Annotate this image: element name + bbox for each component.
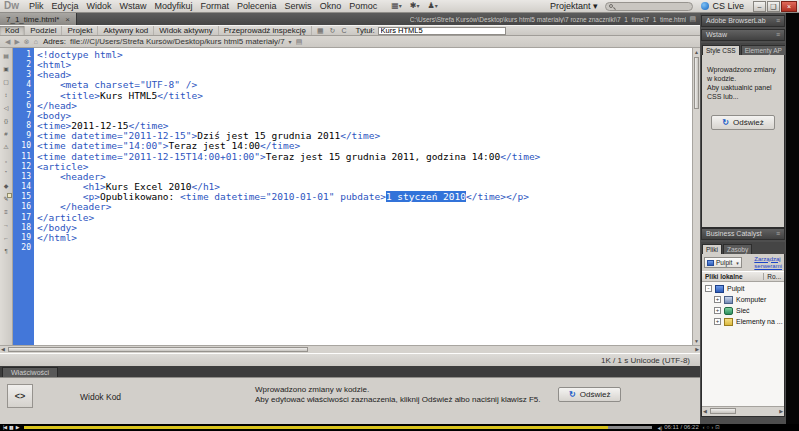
menu-polecenia[interactable]: Polecenia [233, 0, 281, 12]
panel-insert[interactable]: Wstaw ≡ [701, 29, 785, 41]
expander-icon[interactable]: + [714, 296, 721, 303]
code-line[interactable]: <time datetime="2011-12-15T14:00+01:00">… [37, 152, 691, 162]
code-line[interactable]: <p>Opublikowano: <time datetime="2010-01… [37, 192, 691, 202]
coding-toolbar-icon[interactable]: ⚠ [0, 141, 12, 154]
toolbar-kod[interactable]: Kod [0, 26, 25, 35]
code-line[interactable]: </article> [37, 213, 691, 223]
code-line[interactable]: <html> [37, 60, 691, 70]
back-icon[interactable]: ◀ [5, 38, 10, 46]
scroll-left-icon[interactable]: ◀ [1, 346, 5, 353]
vertical-scrollbar[interactable]: ▲ ▼ [692, 48, 700, 345]
menu-edycja[interactable]: Edycja [48, 0, 83, 12]
menu-serwis[interactable]: Serwis [281, 0, 316, 12]
scroll-left-icon[interactable]: ◀ [703, 408, 707, 415]
code-line[interactable]: </body> [37, 223, 691, 233]
toolbar-aktywny-kod[interactable]: Aktywny kod [98, 26, 154, 35]
coding-toolbar-icon[interactable]: # [0, 128, 12, 141]
toolbar-icon[interactable]: C [341, 27, 346, 35]
code-line[interactable]: </head> [37, 101, 691, 111]
panel-menu-icon[interactable]: ≡ [776, 229, 780, 239]
code-content[interactable]: <!doctype html><html><head> <meta charse… [37, 50, 691, 343]
menu-format[interactable]: Format [197, 0, 234, 12]
toolbar-przeprowadź-inspekcję[interactable]: Przeprowadź inspekcję [219, 26, 312, 35]
coding-toolbar-icon[interactable]: → [0, 219, 12, 232]
player-progress-track[interactable] [24, 426, 652, 429]
layout-switcher-icon[interactable]: ▦▾ [391, 0, 402, 12]
address-value[interactable]: file:///C|/Users/Strefa Kursów/Desktop/k… [70, 37, 285, 46]
scroll-down-icon[interactable]: ▼ [693, 337, 700, 345]
workspace-switcher[interactable]: Projektant ▾ [550, 1, 598, 11]
document-title-input[interactable] [378, 27, 506, 35]
forward-icon[interactable]: ▶ [14, 38, 19, 46]
code-editor[interactable]: ▤▣▢↕◁{}#⚠„‟◆✎≡→←¶ 1234567891011121314151… [0, 48, 700, 345]
coding-toolbar-icon[interactable]: ◁ [0, 102, 12, 115]
coding-toolbar-icon[interactable]: ▢ [0, 76, 12, 89]
expander-icon[interactable]: + [714, 307, 721, 314]
scroll-up-icon[interactable]: ▲ [693, 48, 700, 56]
toolbar-projekt[interactable]: Projekt [62, 26, 98, 35]
panel-browserlab[interactable]: Adobe BrowserLab ≡ [701, 15, 785, 27]
search-input[interactable] [617, 3, 689, 10]
address-page-icon[interactable]: ▤ [296, 38, 303, 46]
coding-toolbar-icon[interactable]: „ [0, 154, 12, 167]
tree-item-pulpit[interactable]: -Pulpit [702, 283, 784, 294]
stop-icon[interactable]: ⊗ [24, 38, 30, 46]
menu-modyfikuj[interactable]: Modyfikuj [151, 0, 197, 12]
tab-close-icon[interactable]: × [65, 15, 70, 24]
next-chapter-icon[interactable]: › [711, 424, 713, 431]
menu-wstaw[interactable]: Wstaw [116, 0, 151, 12]
css-refresh-button[interactable]: ↻ Odśwież [711, 115, 774, 130]
coding-toolbar-icon[interactable]: ▤ [0, 50, 12, 63]
tree-item-elementy-na[interactable]: +Elementy na ... [702, 316, 784, 327]
coding-toolbar-icon[interactable]: ↕ [0, 89, 12, 102]
prev-icon[interactable]: |◀ [3, 424, 6, 431]
scroll-right-icon[interactable]: ▶ [695, 346, 699, 353]
vertical-scroll-thumb[interactable] [694, 57, 699, 109]
panel-menu-icon[interactable]: ≡ [776, 16, 780, 26]
tab-zasoby[interactable]: Zasoby [723, 244, 752, 254]
column-local-files[interactable]: Pliki lokalne [705, 273, 743, 280]
panel-menu-icon[interactable]: ≡ [776, 30, 780, 40]
home-icon[interactable]: ⌂ [34, 38, 38, 46]
expander-icon[interactable]: + [714, 318, 721, 325]
extend-icon[interactable]: ✱▾ [410, 0, 420, 12]
code-line[interactable]: </header> [37, 202, 691, 212]
site-select[interactable]: Pulpit ▾ [704, 257, 742, 268]
tree-item-komputer[interactable]: +Komputer [702, 294, 784, 305]
column-size[interactable]: Ro... [763, 273, 781, 280]
scroll-right-icon[interactable]: ▶ [779, 408, 783, 415]
coding-toolbar-icon[interactable]: ≡ [0, 206, 12, 219]
pause-icon[interactable]: ▮▮ [9, 424, 13, 431]
tab-elementy-ap[interactable]: Elementy AP [741, 45, 785, 55]
panel-business-catalyst[interactable]: Business Catalyst ≡ [701, 228, 785, 240]
cs-live-button[interactable]: CS Live [701, 1, 744, 11]
close-button[interactable]: × [781, 1, 797, 12]
menu-pomoc[interactable]: Pomoc [345, 0, 381, 12]
menu-okno[interactable]: Okno [316, 0, 346, 12]
document-tab[interactable]: 7_1_time.html* × [0, 13, 77, 25]
code-line[interactable] [37, 243, 691, 253]
tab-properties[interactable]: Właściwości [2, 367, 58, 377]
minimize-button[interactable]: – [753, 1, 766, 12]
code-line[interactable]: <article> [37, 162, 691, 172]
coding-toolbar-icon[interactable]: ¶ [0, 245, 12, 258]
restore-button[interactable]: ❑ [767, 1, 780, 12]
tree-item-sieć[interactable]: +Sieć [702, 305, 784, 316]
tab-style-css[interactable]: Style CSS [702, 45, 740, 55]
expander-icon[interactable]: - [705, 285, 712, 292]
code-line[interactable]: <title>Kurs HTML5</title> [37, 91, 691, 101]
play-icon[interactable]: ▶ [16, 424, 19, 431]
fullscreen-icon[interactable]: ⊡ [715, 424, 719, 431]
record-icon[interactable]: ○ [706, 424, 709, 431]
toolbar-icon[interactable]: ▦ [317, 27, 324, 35]
code-line[interactable]: </html> [37, 233, 691, 243]
coding-toolbar-icon[interactable]: ‟ [0, 167, 12, 180]
toolbar-icon[interactable]: ↻ [330, 27, 336, 35]
coding-toolbar-icon[interactable]: ← [0, 232, 12, 245]
menu-widok[interactable]: Widok [83, 0, 116, 12]
address-dropdown-icon[interactable]: ▾ [289, 38, 292, 45]
prev-chapter-icon[interactable]: ‹ [703, 424, 705, 431]
coding-toolbar-icon[interactable]: ▣ [0, 63, 12, 76]
user-icon[interactable]: ♟▾ [427, 0, 437, 12]
manage-servers-link[interactable]: Zarządzaj serwerami [754, 256, 782, 270]
